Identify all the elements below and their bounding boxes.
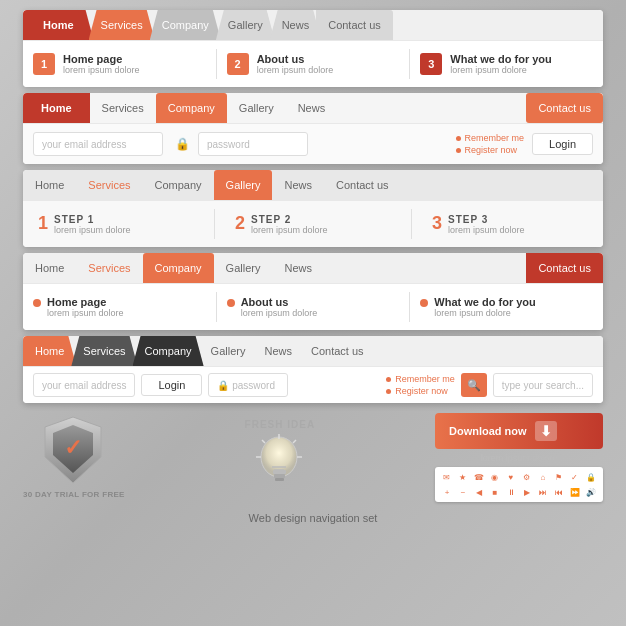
icon-play: ▶ <box>521 486 533 498</box>
navbar-3: Home Services Company Gallery News Conta… <box>23 170 603 247</box>
nav5-content: your email address Login 🔒 password Reme… <box>23 366 603 403</box>
step-num-3: 3 <box>420 53 442 75</box>
nav5-remember-block: Remember me Register now <box>386 374 455 396</box>
step3-sub-2: lorem ipsum dolore <box>251 225 328 235</box>
icon-row-2: + − ◀ ■ ⏸ ▶ ⏭ ⏮ ⏩ 🔊 <box>441 486 597 498</box>
download-sub: lorem ipsum dolore <box>435 453 603 463</box>
nav4-gallery-tab[interactable]: Gallery <box>214 253 273 283</box>
nav5-contact-tab[interactable]: Contact us <box>299 336 376 366</box>
nav3-company-tab[interactable]: Company <box>143 170 214 200</box>
fresh-idea-badge: FRESH IDEA <box>245 419 316 497</box>
dot-title-1: Home page <box>47 296 124 308</box>
icon-phone: ☎ <box>473 471 485 483</box>
nav1-step-3: 3 What we do for you lorem ipsum dolore <box>420 53 593 75</box>
nav4-contact-tab[interactable]: Contact us <box>526 253 603 283</box>
nav5-register-now: Register now <box>386 386 455 396</box>
step3-title-2: STEP 2 <box>251 214 328 225</box>
icon-row-1: ✉ ★ ☎ ◉ ♥ ⚙ ⌂ ⚑ ✓ 🔒 <box>441 471 597 483</box>
nav2-home-tab[interactable]: Home <box>23 93 90 123</box>
icon-pause: ⏸ <box>505 486 517 498</box>
nav1-company-tab[interactable]: Company <box>150 10 221 40</box>
nav4-content: Home page lorem ipsum dolore About us lo… <box>23 283 603 330</box>
trial-text: 30 DAY TRIAL FOR FREE <box>23 490 125 499</box>
email-input[interactable]: your email address <box>33 132 163 156</box>
icon-flag: ⚑ <box>553 471 565 483</box>
nav1-news-tab[interactable]: News <box>270 10 322 40</box>
nav1-contact-tab[interactable]: Contact us <box>316 10 393 40</box>
nav1-home-tab[interactable]: Home <box>23 10 94 40</box>
svg-rect-4 <box>273 470 286 474</box>
nav3-news-tab[interactable]: News <box>272 170 324 200</box>
nav5-news-tab[interactable]: News <box>252 336 304 366</box>
nav5-login-button[interactable]: Login <box>141 374 202 396</box>
dot-sub-2: lorem ipsum dolore <box>241 308 318 318</box>
nav4-tabbar: Home Services Company Gallery News Conta… <box>23 253 603 283</box>
step3-text-1: STEP 1 lorem ipsum dolore <box>54 214 131 235</box>
step-sub-3: lorem ipsum dolore <box>450 65 551 75</box>
nav5-password-input[interactable]: 🔒 password <box>208 373 288 397</box>
nav1-services-tab[interactable]: Services <box>89 10 155 40</box>
nav2-services-tab[interactable]: Services <box>90 93 156 123</box>
icon-heart: ♥ <box>505 471 517 483</box>
svg-rect-5 <box>274 474 285 478</box>
download-button[interactable]: Download now ⬇ <box>435 413 603 449</box>
nav5-services-tab[interactable]: Services <box>71 336 137 366</box>
nav4-news-tab[interactable]: News <box>272 253 324 283</box>
nav5-bullet-2 <box>386 389 391 394</box>
icon-plus: + <box>441 486 453 498</box>
nav4-home-tab[interactable]: Home <box>23 253 76 283</box>
nav5-company-tab[interactable]: Company <box>133 336 204 366</box>
nav2-news-tab[interactable]: News <box>286 93 338 123</box>
nav4-item-3: What we do for you lorem ipsum dolore <box>420 296 593 318</box>
icon-check: ✓ <box>569 471 581 483</box>
dot-text-3: What we do for you lorem ipsum dolore <box>434 296 535 318</box>
icon-grid: ✉ ★ ☎ ◉ ♥ ⚙ ⌂ ⚑ ✓ 🔒 + − ◀ ■ ⏸ ▶ ⏭ ⏮ ⏩ <box>435 467 603 502</box>
step-title-2: About us <box>257 53 334 65</box>
icon-vol: 🔊 <box>585 486 597 498</box>
nav3-content: 1 STEP 1 lorem ipsum dolore 2 STEP 2 lor… <box>23 200 603 247</box>
nav3-home-tab[interactable]: Home <box>23 170 76 200</box>
icon-next: ⏭ <box>537 486 549 498</box>
step-text-2: About us lorem ipsum dolore <box>257 53 334 75</box>
nav4-services-tab[interactable]: Services <box>76 253 142 283</box>
icon-home: ⌂ <box>537 471 549 483</box>
step-title-1: Home page <box>63 53 140 65</box>
nav5-register-label: Register now <box>395 386 448 396</box>
search-input[interactable]: type your search... <box>493 373 593 397</box>
step3-title-3: STEP 3 <box>448 214 525 225</box>
nav4-company-tab[interactable]: Company <box>143 253 214 283</box>
nav3-gallery-tab[interactable]: Gallery <box>214 170 273 200</box>
nav5-gallery-tab[interactable]: Gallery <box>199 336 258 366</box>
nav5-home-tab[interactable]: Home <box>23 336 76 366</box>
nav3-tabbar: Home Services Company Gallery News Conta… <box>23 170 603 200</box>
icon-minus: − <box>457 486 469 498</box>
bullet-2 <box>456 148 461 153</box>
icon-prev: ◀ <box>473 486 485 498</box>
nav3-services-tab[interactable]: Services <box>76 170 142 200</box>
search-button[interactable]: 🔍 <box>461 373 487 397</box>
svg-text:✓: ✓ <box>64 435 82 460</box>
dot-text-2: About us lorem ipsum dolore <box>241 296 318 318</box>
svg-line-9 <box>262 440 265 443</box>
nav2-company-tab[interactable]: Company <box>156 93 227 123</box>
nav2-contact-tab[interactable]: Contact us <box>526 93 603 123</box>
lock-icon: 🔒 <box>175 137 190 151</box>
fresh-idea-text: FRESH IDEA <box>245 419 316 430</box>
step3-sub-1: lorem ipsum dolore <box>54 225 131 235</box>
nav5-tabbar: Home Services Company Gallery News Conta… <box>23 336 603 366</box>
nav5-remember-label: Remember me <box>395 374 455 384</box>
step3-text-3: STEP 3 lorem ipsum dolore <box>448 214 525 235</box>
nav3-contact-tab[interactable]: Contact us <box>324 170 401 200</box>
login-button[interactable]: Login <box>532 133 593 155</box>
nav1-tabbar: Home Services Company Gallery News Conta… <box>23 10 603 40</box>
nav4-item-1: Home page lorem ipsum dolore <box>33 296 206 318</box>
step-text-3: What we do for you lorem ipsum dolore <box>450 53 551 75</box>
password-input[interactable]: password <box>198 132 308 156</box>
step3-num-2: 2 <box>235 214 245 232</box>
nav5-email-input[interactable]: your email address <box>33 373 135 397</box>
dot-sub-3: lorem ipsum dolore <box>434 308 535 318</box>
download-icon: ⬇ <box>535 421 557 441</box>
dot-sub-1: lorem ipsum dolore <box>47 308 124 318</box>
nav2-gallery-tab[interactable]: Gallery <box>227 93 286 123</box>
nav1-gallery-tab[interactable]: Gallery <box>216 10 275 40</box>
